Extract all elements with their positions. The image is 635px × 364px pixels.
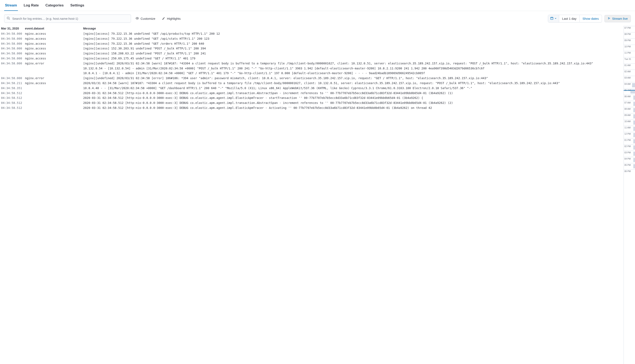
log-dataset: nginx.access: [25, 81, 83, 86]
timeline-tick[interactable]: 07 AM: [624, 101, 635, 107]
timeline-current-marker[interactable]: [623, 90, 635, 90]
timeline-tick[interactable]: 12 PM: [624, 132, 635, 138]
log-row[interactable]: 04:34:58.211nginx.access2020/03/31 02:34…: [0, 81, 623, 86]
log-dataset: nginx.access: [25, 46, 83, 51]
log-header: Mar 31, 2020 event.dataset Message: [0, 26, 623, 31]
log-dataset: nginx.access: [25, 31, 83, 36]
svg-rect-3: [551, 17, 553, 20]
tab-log-rate[interactable]: Log Rate: [23, 0, 40, 11]
timeline-tick[interactable]: 05 AM: [624, 88, 635, 94]
column-header-date[interactable]: Mar 31, 2020: [0, 27, 25, 30]
timeline-tick[interactable]: 03 PM: [624, 151, 635, 157]
log-message: [nginx][access] 158.208.63.22 undefined …: [83, 51, 623, 56]
tab-stream[interactable]: Stream: [4, 0, 18, 11]
log-timestamp: 04:34:58.512: [0, 91, 25, 96]
log-dataset: nginx.error: [25, 76, 83, 81]
timeline-tick[interactable]: 09 PM: [624, 38, 635, 45]
timeline-tick[interactable]: 04 PM: [624, 157, 635, 163]
customize-label: Customize: [141, 17, 155, 20]
log-row[interactable]: 04:34:58.5122020-03-31 02:34:58.512 [htt…: [0, 106, 623, 110]
log-message: 2020/03/31 02:34:58 [warn] 187#187: *433…: [83, 81, 623, 86]
timeline-minimap[interactable]: 07 PM08 PM09 PM10 PM11 PMTue 3101 AM02 A…: [623, 26, 635, 364]
log-row[interactable]: 04:34:58.5122020-03-31 02:34:58.512 [htt…: [0, 91, 623, 96]
timeline-tick[interactable]: 02 AM: [624, 70, 635, 76]
log-dataset: nginx.access: [25, 51, 83, 56]
log-row[interactable]: 04:34:58.5122020-03-31 02:34:58.512 [htt…: [0, 100, 623, 106]
tab-categories[interactable]: Categories: [45, 0, 65, 11]
timeline-tick[interactable]: 11 AM: [624, 126, 635, 132]
timeline-tick[interactable]: 05 PM: [624, 163, 635, 169]
timeline-tick[interactable]: 07 PM: [624, 26, 635, 32]
log-message: [nginx][access] 79.222.15.36 undefined "…: [83, 41, 623, 46]
svg-point-0: [7, 17, 9, 19]
tab-settings[interactable]: Settings: [70, 0, 85, 11]
log-timestamp: 04:34:58.512: [0, 96, 25, 100]
timeline-tick[interactable]: 06 AM: [624, 94, 635, 101]
timeline-tick[interactable]: 09 AM: [624, 113, 635, 120]
timeline-tick[interactable]: 06 PM: [624, 169, 635, 176]
highlighter-icon: [162, 16, 165, 20]
log-message: [nginx][undefined] 2020/03/31 02:34:58 […: [83, 61, 623, 76]
log-row[interactable]: 04:34:58.000nginx.access[nginx][access] …: [0, 31, 623, 36]
search-input[interactable]: [4, 14, 131, 23]
chevron-down-icon: [554, 17, 557, 20]
log-row[interactable]: 04:34:58.000nginx.error[nginx][undefined…: [0, 61, 623, 76]
log-message: [nginx][access] 79.222.15.36 undefined "…: [83, 36, 623, 41]
log-row[interactable]: 04:34:58.5122020-03-31 02:34:58.512 [htt…: [0, 96, 623, 100]
log-dataset: [25, 100, 83, 106]
log-message: 2020-03-31 02:34:58.512 [http-nio-0.0.0.…: [83, 100, 623, 106]
column-header-dataset[interactable]: event.dataset: [25, 27, 83, 30]
log-row[interactable]: 04:34:58.35110.8.4.40 - - [31/Mar/2020:0…: [0, 86, 623, 91]
nav-tabs: StreamLog RateCategoriesSettings: [0, 0, 635, 11]
log-message: [nginx][access] 250.69.175.45 undefined …: [83, 56, 623, 61]
timeline-tick[interactable]: 08 AM: [624, 107, 635, 113]
log-timestamp: 04:34:58.000: [0, 36, 25, 41]
log-timestamp: 04:34:58.000: [0, 61, 25, 76]
svg-line-1: [9, 19, 10, 20]
log-message: 2020-03-31 02:34:58.512 [http-nio-0.0.0.…: [83, 106, 623, 110]
log-timestamp: 04:34:58.000: [0, 46, 25, 51]
svg-point-2: [137, 18, 138, 18]
log-dataset: [25, 106, 83, 110]
log-dataset: nginx.error: [25, 61, 83, 76]
log-row[interactable]: 04:34:58.000nginx.access[nginx][access] …: [0, 56, 623, 61]
show-dates-button[interactable]: Show dates: [579, 15, 602, 22]
log-timestamp: 04:34:58.000: [0, 76, 25, 81]
log-row[interactable]: 04:34:58.000nginx.access[nginx][access] …: [0, 41, 623, 46]
timeline-tick[interactable]: 08 PM: [624, 32, 635, 38]
timeline-tick[interactable]: 10 PM: [624, 45, 635, 51]
log-message: 2020-03-31 02:34:58.512 [http-nio-0.0.0.…: [83, 91, 623, 96]
timeline-tick[interactable]: 10 AM: [624, 120, 635, 126]
timeline-tick[interactable]: Tue 31: [624, 57, 635, 63]
log-row[interactable]: 04:34:58.000nginx.access[nginx][access] …: [0, 51, 623, 56]
timeline-tick[interactable]: 04 AM: [624, 82, 635, 88]
log-timestamp: 04:34:58.000: [0, 41, 25, 46]
eye-icon: [136, 16, 139, 20]
timeline-tick[interactable]: 01 PM: [624, 138, 635, 144]
timeline-tick[interactable]: 02 PM: [624, 144, 635, 151]
stream-live-label: Stream live: [612, 17, 628, 20]
date-range-label[interactable]: Last 1 day: [559, 15, 579, 22]
date-picker-calendar-button[interactable]: [548, 15, 559, 22]
column-header-message[interactable]: Message: [83, 27, 623, 30]
log-stream[interactable]: Mar 31, 2020 event.dataset Message 04:34…: [0, 26, 623, 364]
log-message: 10.8.4.40 - - [31/Mar/2020:02:34:58 +000…: [83, 86, 623, 91]
calendar-icon: [550, 16, 553, 20]
content-area: Mar 31, 2020 event.dataset Message 04:34…: [0, 26, 635, 364]
stream-live-button[interactable]: Stream live: [604, 15, 631, 22]
timeline-tick[interactable]: 03 AM: [624, 76, 635, 82]
log-rows: 04:34:58.000nginx.access[nginx][access] …: [0, 29, 623, 110]
log-row[interactable]: 04:34:58.000nginx.error[nginx][undefined…: [0, 76, 623, 81]
highlights-button[interactable]: Highlights: [160, 15, 183, 22]
toolbar: Customize Highlights Last 1 day Show dat…: [0, 11, 635, 26]
highlights-label: Highlights: [167, 17, 181, 20]
play-icon: [607, 17, 610, 20]
log-timestamp: 04:34:58.512: [0, 106, 25, 110]
log-dataset: [25, 86, 83, 91]
timeline-tick[interactable]: 11 PM: [624, 51, 635, 57]
log-message: [nginx][undefined] 2020/03/31 02:34:58 […: [83, 76, 623, 81]
customize-button[interactable]: Customize: [134, 15, 157, 22]
timeline-tick[interactable]: 01 AM: [624, 63, 635, 70]
log-row[interactable]: 04:34:58.000nginx.access[nginx][access] …: [0, 46, 623, 51]
log-row[interactable]: 04:34:58.000nginx.access[nginx][access] …: [0, 36, 623, 41]
